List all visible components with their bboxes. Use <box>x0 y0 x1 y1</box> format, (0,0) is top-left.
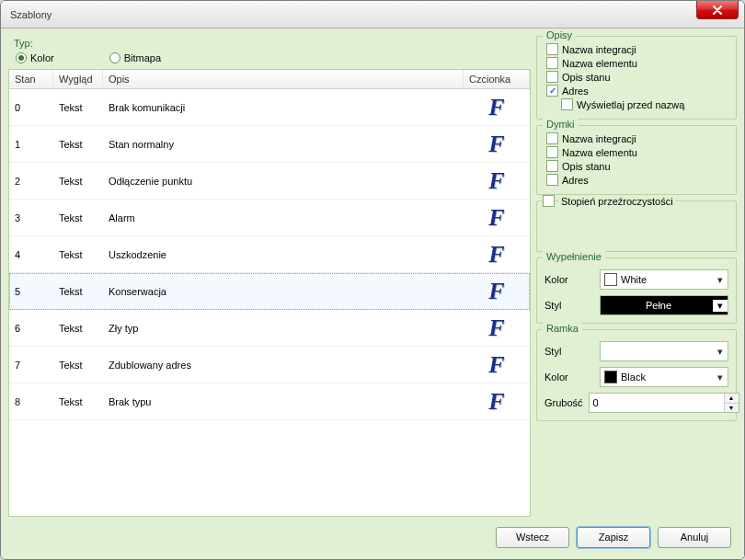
color-swatch-icon <box>604 273 617 286</box>
cell-wyglad: Tekst <box>53 172 103 190</box>
frame-thickness-spinner[interactable]: ▲ ▼ <box>589 393 739 413</box>
close-icon <box>712 6 723 15</box>
chk-opisy-opis_stanu[interactable]: Opis stanu <box>544 70 728 84</box>
cancel-button[interactable]: Anuluj <box>658 527 731 548</box>
chk-label: Opis stanu <box>562 161 611 172</box>
chevron-down-icon: ▾ <box>713 346 728 358</box>
cell-czcionka[interactable]: F <box>464 169 530 193</box>
chk-opisy-nazwa_integracji[interactable]: Nazwa integracji <box>544 42 728 56</box>
fill-color-combo[interactable]: White ▾ <box>600 269 728 290</box>
cell-wyglad: Tekst <box>53 393 103 411</box>
chk-label: Adres <box>562 86 589 97</box>
cell-opis: Zły typ <box>103 319 464 337</box>
cell-wyglad: Tekst <box>53 135 103 154</box>
col-czcionka[interactable]: Czcionka <box>464 70 530 88</box>
fill-color-value: White <box>621 274 713 285</box>
cell-czcionka[interactable]: F <box>464 280 530 303</box>
group-transparency: Stopień przeźroczystości <box>536 200 737 252</box>
fill-style-label: Styl <box>544 300 594 311</box>
cell-opis: Brak komunikacji <box>103 98 464 117</box>
table-row[interactable]: 2TekstOdłączenie punktuF <box>9 163 530 200</box>
font-icon: F <box>488 96 504 120</box>
checkbox-icon <box>546 85 558 97</box>
chk-dymki-adres[interactable]: Adres <box>544 173 728 187</box>
group-ramka: Ramka Styl ▾ Kolor Black ▾ <box>536 329 737 421</box>
radio-kolor[interactable]: Kolor <box>16 52 54 63</box>
checkbox-icon <box>543 195 555 207</box>
cell-czcionka[interactable]: F <box>464 353 530 377</box>
chk-transparency[interactable]: Stopień przeźroczystości <box>541 194 676 208</box>
font-icon: F <box>488 280 504 303</box>
font-icon: F <box>488 243 504 267</box>
chk-label: Opis stanu <box>562 72 611 83</box>
table-body[interactable]: 0TekstBrak komunikacjiF1TekstStan normal… <box>9 89 530 516</box>
type-row: Kolor Bitmapa <box>8 52 531 69</box>
table-row[interactable]: 5TekstKonserwacjaF <box>9 273 530 310</box>
dialog-footer: Wstecz Zapisz Anuluj <box>8 517 737 552</box>
col-opis[interactable]: Opis <box>103 70 464 88</box>
chk-dymki-nazwa_elementu[interactable]: Nazwa elementu <box>544 145 728 159</box>
cell-stan: 2 <box>9 172 53 190</box>
col-wyglad[interactable]: Wygląd <box>53 70 103 88</box>
col-stan[interactable]: Stan <box>9 70 53 88</box>
table-row[interactable]: 0TekstBrak komunikacjiF <box>9 89 530 126</box>
cell-czcionka[interactable]: F <box>464 316 530 340</box>
back-button[interactable]: Wstecz <box>496 527 569 548</box>
chk-label: Wyświetlaj przed nazwą <box>577 99 684 110</box>
checkbox-icon <box>546 160 558 172</box>
templates-table: Stan Wygląd Opis Czcionka 0TekstBrak kom… <box>8 69 531 517</box>
font-icon: F <box>488 353 504 377</box>
radio-dot-icon <box>16 52 27 63</box>
table-row[interactable]: 3TekstAlarmF <box>9 200 530 236</box>
radio-bitmapa-label: Bitmapa <box>124 52 161 63</box>
chk-opisy-wyswietlaj_przed_nazwa[interactable]: Wyświetlaj przed nazwą <box>544 97 728 111</box>
chevron-down-icon: ▾ <box>713 371 728 383</box>
client-area: Typ: Kolor Bitmapa Stan Wygląd <box>1 29 744 559</box>
fill-style-combo[interactable]: Pełne ▾ <box>600 295 728 315</box>
cell-opis: Alarm <box>103 209 464 227</box>
group-opisy: Opisy Nazwa integracjiNazwa elementuOpis… <box>536 36 737 120</box>
frame-color-combo[interactable]: Black ▾ <box>600 367 728 387</box>
font-icon: F <box>488 316 504 340</box>
frame-color-value: Black <box>621 371 713 383</box>
frame-style-combo[interactable]: ▾ <box>600 341 728 361</box>
cell-opis: Zdublowany adres <box>103 356 464 374</box>
chk-label: Nazwa elementu <box>562 58 637 69</box>
radio-bitmapa[interactable]: Bitmapa <box>109 52 161 63</box>
close-button[interactable] <box>696 1 739 19</box>
cell-czcionka[interactable]: F <box>464 206 530 230</box>
cell-czcionka[interactable]: F <box>464 243 530 267</box>
spinner-up-icon[interactable]: ▲ <box>725 394 739 404</box>
titlebar: Szablony <box>1 1 744 29</box>
table-row[interactable]: 1TekstStan normalnyF <box>9 126 530 163</box>
checkbox-icon <box>546 132 558 144</box>
table-row[interactable]: 8TekstBrak typuF <box>9 383 530 420</box>
cell-stan: 5 <box>9 282 53 301</box>
cell-czcionka[interactable]: F <box>464 96 530 120</box>
frame-thickness-label: Grubość <box>544 397 583 408</box>
table-row[interactable]: 6TekstZły typF <box>9 310 530 347</box>
cell-opis: Odłączenie punktu <box>103 172 464 190</box>
chk-dymki-opis_stanu[interactable]: Opis stanu <box>544 159 728 173</box>
chk-opisy-adres[interactable]: Adres <box>544 84 728 97</box>
cell-opis: Brak typu <box>103 393 464 411</box>
checkbox-icon <box>546 71 558 83</box>
frame-thickness-input[interactable] <box>590 394 724 412</box>
cell-stan: 1 <box>9 135 53 154</box>
cell-wyglad: Tekst <box>53 246 103 264</box>
cell-opis: Konserwacja <box>103 282 464 301</box>
font-icon: F <box>488 390 504 414</box>
chk-label: Nazwa integracji <box>562 44 636 55</box>
table-row[interactable]: 7TekstZdublowany adresF <box>9 347 530 383</box>
group-opisy-legend: Opisy <box>543 29 576 40</box>
chk-opisy-nazwa_elementu[interactable]: Nazwa elementu <box>544 56 728 70</box>
spinner-down-icon[interactable]: ▼ <box>725 404 739 413</box>
chk-label: Nazwa elementu <box>562 147 637 158</box>
save-button[interactable]: Zapisz <box>577 527 650 548</box>
chk-transparency-label: Stopień przeźroczystości <box>558 196 676 207</box>
checkbox-icon <box>546 174 558 186</box>
table-row[interactable]: 4TekstUszkodzenieF <box>9 236 530 273</box>
chk-dymki-nazwa_integracji[interactable]: Nazwa integracji <box>544 131 728 145</box>
cell-czcionka[interactable]: F <box>464 132 530 156</box>
cell-czcionka[interactable]: F <box>464 390 530 414</box>
